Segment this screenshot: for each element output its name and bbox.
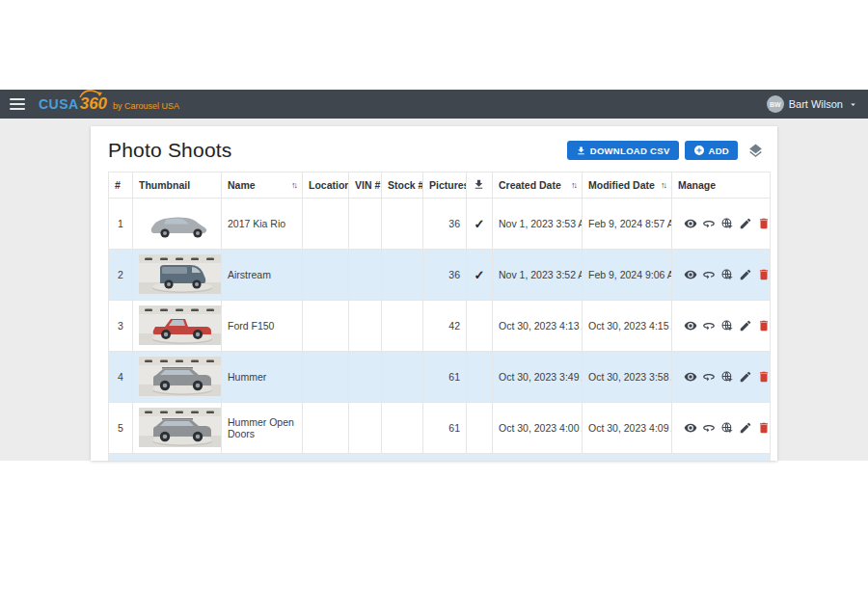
delete-icon[interactable] (757, 370, 771, 384)
page-title: Photo Shoots (108, 139, 232, 162)
view-icon[interactable] (684, 268, 697, 281)
header-created-date: Created Date↑↓ (493, 173, 583, 199)
table-header-row: # Thumbnail Name↑↓ Location VIN # Stock … (109, 173, 771, 199)
shoot-stock (382, 403, 423, 454)
sort-name-icon[interactable]: ↑↓ (289, 180, 296, 190)
photo-shoots-card: Photo Shoots DOWNLOAD CSV ADD (91, 126, 777, 461)
downloaded-check (467, 301, 493, 352)
rotate-360-icon[interactable] (702, 370, 716, 384)
publish-globe-icon[interactable] (720, 217, 734, 230)
user-name: Bart Wilson (789, 98, 843, 110)
delete-icon[interactable] (757, 217, 771, 230)
download-csv-button[interactable]: DOWNLOAD CSV (567, 141, 679, 160)
table-row: 1 2017 Kia Rio36✓Nov 1, 2023 3:53 AMFeb … (109, 199, 771, 250)
table-row: 4 Hummer61Oct 30, 2023 3:49 AMOct 30, 20… (109, 352, 771, 403)
shoot-stock (382, 352, 423, 403)
publish-globe-icon[interactable] (720, 319, 734, 332)
add-button[interactable]: ADD (685, 141, 738, 160)
manage-cell (672, 199, 771, 250)
sort-created-icon[interactable]: ↑↓ (569, 180, 576, 190)
vehicle-thumbnail[interactable] (139, 357, 222, 396)
downloaded-check: ✓ (467, 199, 493, 250)
layers-icon (747, 143, 764, 159)
downloaded-check: ✓ (467, 250, 493, 301)
vehicle-thumbnail[interactable] (139, 254, 222, 294)
sort-modified-icon[interactable]: ↑↓ (659, 180, 665, 190)
menu-icon[interactable] (10, 98, 25, 110)
edit-icon[interactable] (739, 268, 752, 281)
layers-button[interactable] (744, 143, 768, 159)
shoot-name: Airstream (222, 250, 303, 301)
row-number: 5 (109, 403, 133, 454)
delete-icon[interactable] (757, 268, 771, 281)
publish-globe-icon[interactable] (720, 421, 734, 435)
avatar: BW (767, 95, 784, 113)
shoot-stock (382, 199, 423, 250)
row-number: 3 (109, 301, 133, 352)
created-date: Nov 1, 2023 3:53 AM (493, 199, 583, 250)
download-icon (576, 146, 586, 156)
vehicle-thumbnail[interactable] (139, 306, 222, 345)
shoot-name: Ford F150 (222, 301, 303, 352)
edit-icon[interactable] (739, 217, 752, 230)
view-icon[interactable] (684, 319, 697, 332)
header-modified-date: Modified Date↑↓ (583, 173, 672, 199)
pictures-count: 36 (423, 199, 467, 250)
logo-cusa-text: CUSA (39, 96, 79, 112)
publish-globe-icon[interactable] (720, 268, 734, 281)
edit-icon[interactable] (739, 370, 752, 384)
modified-date: Oct 30, 2023 4:09 AM (583, 403, 672, 454)
rotate-360-icon[interactable] (702, 268, 716, 281)
shoot-name: 2017 Kia Rio (222, 199, 303, 250)
photo-shoots-table-body: 1 2017 Kia Rio36✓Nov 1, 2023 3:53 AMFeb … (109, 199, 771, 462)
downloaded-check (467, 352, 493, 403)
vehicle-thumbnail[interactable] (139, 203, 222, 243)
modified-date: Feb 9, 2024 8:57 AM (583, 199, 672, 250)
shoot-stock (382, 301, 423, 352)
delete-icon[interactable] (757, 319, 771, 332)
row-number: 2 (109, 250, 133, 301)
shoot-vin (349, 403, 382, 454)
created-date: Oct 30, 2023 4:00 AM (493, 403, 583, 454)
row-number: 1 (109, 199, 133, 250)
modified-date: Oct 30, 2023 3:58 AM (583, 352, 672, 403)
download-tray-icon (473, 178, 485, 191)
shoot-location (303, 403, 349, 454)
pictures-count: 36 (423, 250, 467, 301)
top-navbar: CUSA 360 by Carousel USA BW Bart Wilson (0, 90, 868, 119)
shoot-location (303, 199, 349, 250)
shoot-name: Hummer (222, 352, 303, 403)
view-icon[interactable] (684, 370, 697, 384)
shoot-vin (349, 199, 382, 250)
modified-date: Feb 9, 2024 9:06 AM (583, 250, 672, 301)
page-background: Photo Shoots DOWNLOAD CSV ADD (0, 119, 868, 461)
edit-icon[interactable] (739, 319, 752, 332)
user-menu[interactable]: BW Bart Wilson (767, 95, 858, 113)
header-number: # (109, 173, 133, 199)
shoot-location (303, 301, 349, 352)
pictures-count: 61 (423, 352, 467, 403)
header-downloaded (467, 173, 493, 199)
header-name: Name↑↓ (222, 173, 303, 199)
rotate-360-icon[interactable] (702, 421, 716, 435)
edit-icon[interactable] (739, 421, 752, 435)
pictures-count: 42 (423, 301, 467, 352)
rotate-360-icon[interactable] (702, 217, 716, 230)
manage-cell (672, 250, 771, 301)
logo-byline: by Carousel USA (113, 101, 179, 111)
app-logo[interactable]: CUSA 360 by Carousel USA (39, 94, 179, 114)
modified-date: Oct 30, 2023 4:15 AM (583, 301, 672, 352)
view-icon[interactable] (684, 217, 697, 230)
publish-globe-icon[interactable] (720, 370, 734, 384)
view-icon[interactable] (684, 421, 697, 435)
rotate-360-icon[interactable] (702, 319, 716, 332)
table-row: 2 Airstream36✓Nov 1, 2023 3:52 AMFeb 9, … (109, 250, 771, 301)
header-vin: VIN # (349, 173, 382, 199)
delete-icon[interactable] (757, 421, 771, 435)
shoot-stock (382, 250, 423, 301)
table-row: 5 Hummer Open Doors61Oct 30, 2023 4:00 A… (109, 403, 771, 454)
header-location: Location (303, 173, 349, 199)
manage-cell (672, 301, 771, 352)
vehicle-thumbnail[interactable] (139, 408, 222, 447)
header-manage: Manage (672, 173, 771, 199)
